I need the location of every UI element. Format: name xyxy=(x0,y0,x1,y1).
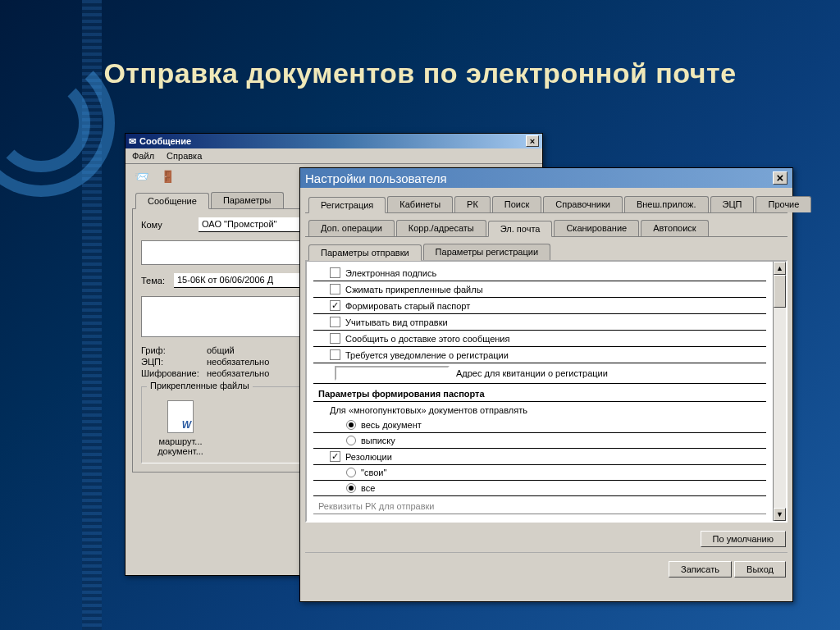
titlebar: Настройки пользователя × xyxy=(300,168,792,188)
tab-params[interactable]: Параметры xyxy=(211,192,284,208)
radio-own[interactable] xyxy=(346,468,356,477)
tab-send-params[interactable]: Параметры отправки xyxy=(308,244,422,261)
exit-button[interactable]: Выход xyxy=(734,561,786,578)
radio-whole-doc-label: весь документ xyxy=(361,420,422,430)
enc-value: необязательно xyxy=(207,368,269,378)
tab-cabinets[interactable]: Кабинеты xyxy=(387,196,453,212)
tab-search[interactable]: Поиск xyxy=(492,196,541,212)
radio-whole-doc[interactable] xyxy=(346,420,356,430)
titlebar: ✉ Сообщение × xyxy=(126,134,542,148)
attach-legend: Прикрепленные файлы xyxy=(147,381,253,390)
tab-rk[interactable]: РК xyxy=(454,196,491,212)
menu-help[interactable]: Справка xyxy=(167,151,202,161)
tab-autosearch[interactable]: Автопоиск xyxy=(641,220,709,236)
subject-label: Тема: xyxy=(141,276,174,285)
cut-text: Реквизиты РК для отправки xyxy=(313,496,766,514)
radio-extract-label: выписку xyxy=(361,436,395,445)
ecp-label: ЭЦП: xyxy=(141,357,207,367)
tab-message[interactable]: Сообщение xyxy=(135,193,209,209)
check-old-passport-label: Формировать старый паспорт xyxy=(345,301,470,311)
check-esign-label: Электронная подпись xyxy=(345,268,436,278)
tab-ecp[interactable]: ЭЦП xyxy=(710,196,755,212)
menu-file[interactable]: Файл xyxy=(132,151,154,161)
check-esign[interactable] xyxy=(330,267,340,278)
tab-korr[interactable]: Корр./адресаты xyxy=(396,220,486,236)
check-sendtype[interactable] xyxy=(330,317,340,327)
tab-external[interactable]: Внеш.прилож. xyxy=(624,196,709,212)
tab-email[interactable]: Эл. почта xyxy=(488,221,553,237)
tab-reg-params[interactable]: Параметры регистрации xyxy=(423,244,550,260)
check-delivery-label: Сообщить о доставке этого сообщения xyxy=(345,334,509,344)
scrollbar[interactable]: ▲ ▼ xyxy=(773,262,786,521)
scroll-down-icon[interactable]: ▼ xyxy=(774,508,786,521)
exit-button[interactable]: 🚪 xyxy=(158,167,176,185)
save-button[interactable]: Записать xyxy=(669,561,732,578)
radio-all[interactable] xyxy=(346,483,356,493)
radio-all-label: все xyxy=(361,483,375,493)
tab-other[interactable]: Прочие xyxy=(756,196,811,212)
to-label: Кому xyxy=(141,220,199,230)
tab-dop-operations[interactable]: Доп. операции xyxy=(308,220,395,236)
mail-icon: ✉ xyxy=(129,136,136,147)
close-icon[interactable]: × xyxy=(773,171,788,185)
check-delivery[interactable] xyxy=(330,333,340,344)
receipt-address-label: Адрес для квитанции о регистрации xyxy=(456,368,608,378)
window-title: Сообщение xyxy=(139,136,526,146)
slide-title: Отправка документов по электронной почте xyxy=(0,57,840,89)
radio-own-label: "свои" xyxy=(361,468,386,477)
check-reg-notify[interactable] xyxy=(330,349,340,360)
ecp-value: необязательно xyxy=(207,357,269,367)
check-compress[interactable] xyxy=(330,284,340,294)
receipt-address-input[interactable] xyxy=(335,366,450,381)
scroll-up-icon[interactable]: ▲ xyxy=(774,262,786,275)
check-reg-notify-label: Требуется уведомление о регистрации xyxy=(345,350,509,360)
settings-window: Настройки пользователя × Регистрация Каб… xyxy=(299,167,793,602)
grif-label: Гриф: xyxy=(141,345,207,355)
check-sendtype-label: Учитывать вид отправки xyxy=(345,317,448,327)
multi-doc-label: Для «многопунктовых» документов отправля… xyxy=(313,402,766,418)
tab-scan[interactable]: Сканирование xyxy=(554,220,639,236)
close-icon[interactable]: × xyxy=(526,135,539,147)
window-title: Настройки пользователя xyxy=(305,171,773,185)
word-doc-icon xyxy=(167,400,194,433)
scroll-thumb[interactable] xyxy=(774,275,786,308)
check-compress-label: Сжимать прикрепленные файлы xyxy=(345,285,483,294)
check-resolutions-label: Резолюции xyxy=(345,452,392,462)
file-name-2: документ... xyxy=(152,446,209,456)
default-button[interactable]: По умолчанию xyxy=(701,531,786,547)
send-button[interactable]: 📨 xyxy=(132,167,150,185)
menubar: Файл Справка xyxy=(126,148,542,164)
check-old-passport[interactable]: ✓ xyxy=(330,300,340,311)
radio-extract[interactable] xyxy=(346,436,356,445)
enc-label: Шифрование: xyxy=(141,368,207,378)
check-resolutions[interactable]: ✓ xyxy=(330,451,340,462)
attachment-file[interactable]: маршрут... документ... xyxy=(152,400,209,456)
tab-references[interactable]: Справочники xyxy=(543,196,623,212)
tab-registration[interactable]: Регистрация xyxy=(308,197,386,213)
passport-params-header: Параметры формирования паспорта xyxy=(313,384,766,402)
grif-value: общий xyxy=(207,345,235,355)
file-name-1: маршрут... xyxy=(152,436,209,446)
